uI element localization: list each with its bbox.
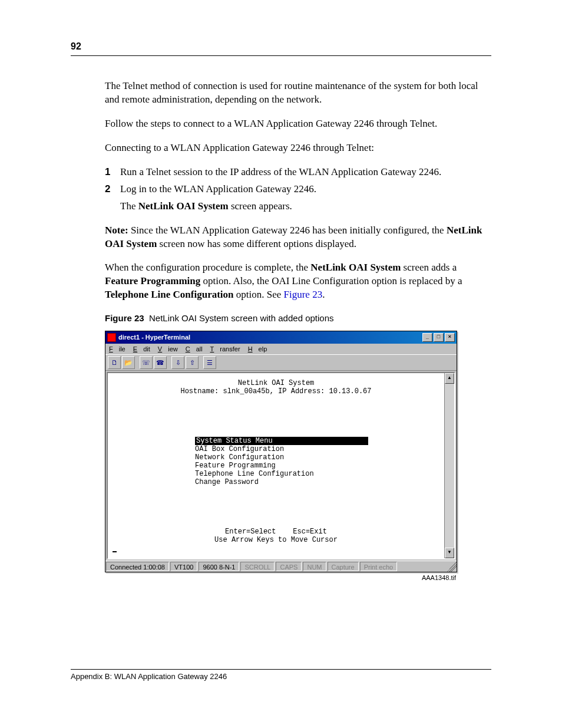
open-icon[interactable]: 📂	[122, 356, 135, 369]
note-paragraph: Note: Since the WLAN Application Gateway…	[105, 224, 491, 251]
step-item: 1 Run a Telnet session to the IP address…	[105, 166, 491, 179]
note-label: Note:	[105, 225, 128, 236]
page: 92 The Telnet method of connection is us…	[0, 0, 562, 728]
disconnect-icon[interactable]: ☎	[154, 356, 167, 369]
menu-help[interactable]: Help	[248, 345, 267, 353]
term-menu-item[interactable]: Change Password	[195, 478, 259, 486]
status-caps: CAPS	[276, 562, 302, 571]
terminal-wrap: NetLink OAI SystemHostname: slnk_00a45b,…	[107, 372, 455, 559]
status-echo: Print echo	[360, 562, 398, 571]
term-menu-item[interactable]: Feature Programming	[195, 462, 276, 470]
properties-icon[interactable]: ☰	[203, 356, 216, 369]
step-text: Log in to the WLAN Application Gateway 2…	[120, 183, 491, 213]
statusbar: Connected 1:00:08 VT100 9600 8-N-1 SCROL…	[105, 561, 457, 572]
step-sub: The NetLink OAI System screen appears.	[120, 200, 491, 213]
term-menu-item[interactable]: Telephone Line Configuration	[195, 470, 314, 478]
paragraph: When the configuration procedure is comp…	[105, 261, 491, 302]
window-controls: _ □ ×	[422, 333, 455, 342]
status-emulation: VT100	[170, 562, 197, 571]
step-text: Run a Telnet session to the IP address o…	[120, 166, 491, 179]
status-baud: 9600 8-N-1	[199, 562, 239, 571]
status-capture: Capture	[328, 562, 359, 571]
receive-icon[interactable]: ⇧	[186, 356, 199, 369]
image-filename: AAA1348.tif	[105, 574, 456, 582]
scroll-up-icon[interactable]: ▲	[445, 373, 454, 384]
scrollbar[interactable]: ▲ ▼	[444, 373, 454, 558]
step-item: 2 Log in to the WLAN Application Gateway…	[105, 183, 491, 213]
status-scroll: SCROLL	[240, 562, 275, 571]
paragraph: The Telnet method of connection is used …	[105, 80, 491, 107]
figure-title: NetLink OAI System screen with added opt…	[149, 313, 334, 323]
status-num: NUM	[303, 562, 326, 571]
connect-icon[interactable]: ☏	[140, 356, 153, 369]
figure-link[interactable]: Figure 23	[284, 289, 323, 300]
term-menu-item[interactable]: OAI Box Configuration	[195, 445, 284, 453]
term-menu: System Status Menu OAI Box Configuration…	[195, 437, 439, 486]
scroll-track[interactable]	[445, 384, 454, 548]
step-number: 2	[105, 183, 120, 213]
app-icon	[107, 333, 116, 342]
steps-list: 1 Run a Telnet session to the IP address…	[105, 166, 491, 213]
body-content: The Telnet method of connection is used …	[71, 80, 491, 582]
cursor-icon	[113, 551, 117, 552]
minimize-button[interactable]: _	[422, 333, 432, 342]
menu-transfer[interactable]: Transfer	[210, 345, 240, 353]
scroll-down-icon[interactable]: ▼	[445, 548, 454, 558]
menu-call[interactable]: Call	[186, 345, 203, 353]
menubar: File Edit View Call Transfer Help	[105, 344, 457, 355]
footer-rule	[71, 669, 491, 670]
send-icon[interactable]: ⇩	[171, 356, 184, 369]
titlebar: direct1 - HyperTerminal _ □ ×	[105, 331, 457, 344]
status-connected: Connected 1:00:08	[106, 562, 169, 571]
menu-view[interactable]: View	[158, 345, 178, 353]
term-title: NetLink OAI System	[113, 379, 439, 387]
hyperterminal-window: direct1 - HyperTerminal _ □ × File Edit …	[105, 331, 457, 573]
step-text-line: Log in to the WLAN Application Gateway 2…	[120, 183, 316, 195]
page-number: 92	[71, 41, 491, 52]
footer-text: Appendix B: WLAN Application Gateway 224…	[71, 672, 491, 681]
maximize-button[interactable]: □	[434, 333, 444, 342]
paragraph: Follow the steps to connect to a WLAN Ap…	[105, 117, 491, 131]
close-button[interactable]: ×	[445, 333, 455, 342]
toolbar: 🗋 📂 ☏ ☎ ⇩ ⇧ ☰	[105, 354, 457, 371]
term-hint: Enter=Select Esc=Exit	[113, 528, 439, 536]
footer: Appendix B: WLAN Application Gateway 224…	[71, 669, 491, 681]
term-menu-item[interactable]: Network Configuration	[195, 453, 284, 462]
new-icon[interactable]: 🗋	[108, 356, 121, 369]
step-number: 1	[105, 166, 120, 179]
top-rule	[71, 55, 491, 56]
figure-label: Figure 23	[105, 313, 144, 323]
term-hint: Use Arrow Keys to Move Cursor	[113, 536, 439, 544]
resize-grip-icon[interactable]	[447, 561, 457, 572]
window-title: direct1 - HyperTerminal	[118, 333, 422, 342]
menu-file[interactable]: File	[109, 345, 125, 353]
terminal[interactable]: NetLink OAI SystemHostname: slnk_00a45b,…	[108, 373, 444, 558]
paragraph: Connecting to a WLAN Application Gateway…	[105, 141, 491, 155]
figure-caption: Figure 23 NetLink OAI System screen with…	[105, 312, 491, 324]
menu-edit[interactable]: Edit	[133, 345, 150, 353]
term-hostline: Hostname: slnk_00a45b, IP Address: 10.13…	[113, 387, 439, 396]
term-menu-selected[interactable]: System Status Menu	[195, 437, 274, 445]
